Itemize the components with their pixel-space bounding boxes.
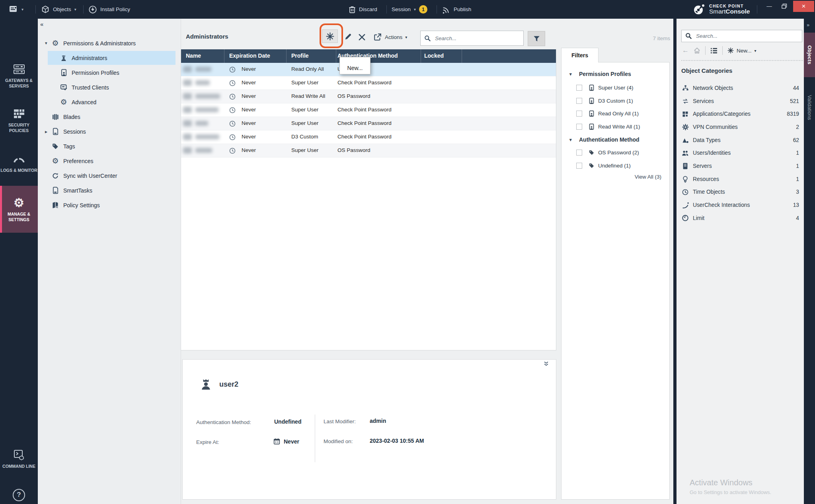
discard-button[interactable]: Discard <box>349 0 377 19</box>
category-users-identities[interactable]: Users/Identities 1 <box>681 146 799 160</box>
collapse-panel-icon[interactable]: « <box>40 21 43 27</box>
nav-item-administrators[interactable]: Administrators <box>38 51 181 65</box>
titlebar-divider <box>83 5 84 14</box>
restore-button[interactable] <box>777 0 792 12</box>
rail-item-logs-monitor[interactable]: LOGS & MONITOR <box>0 153 38 173</box>
checkbox[interactable] <box>576 124 582 130</box>
right-tab-strip: » Objects Validations <box>804 19 815 504</box>
expire-at-label: Expire At: <box>196 439 219 445</box>
filter-button[interactable] <box>528 31 545 46</box>
view-all-link[interactable]: View All (3) <box>635 174 661 180</box>
category-vpn-communities[interactable]: VPN Communities 2 <box>681 121 799 134</box>
new-button[interactable] <box>322 29 338 43</box>
table-row[interactable]: Never Super User Check Point Password <box>181 103 556 117</box>
usercheck-icon <box>681 202 689 209</box>
resources-icon <box>681 175 689 183</box>
objects-search-input[interactable] <box>695 33 798 39</box>
table-row[interactable]: Never Super User Check Point Password <box>181 76 556 90</box>
nav-item-sync-usercenter[interactable]: Sync with UserCenter <box>38 168 181 183</box>
rail-item-command-line[interactable]: COMMAND LINE <box>0 449 38 469</box>
nav-item-permission-profiles[interactable]: Permission Profiles <box>38 65 181 80</box>
checkbox[interactable] <box>576 150 582 156</box>
filter-item-undefined[interactable]: Undefined (1) <box>562 160 669 171</box>
filter-item-os-password[interactable]: OS Password (2) <box>562 147 669 158</box>
nav-item-sessions[interactable]: ▸ Sessions <box>38 124 181 139</box>
edit-button[interactable] <box>343 32 353 41</box>
category-usercheck[interactable]: UserCheck Interactions 13 <box>681 198 799 212</box>
filters-tab[interactable]: Filters <box>561 48 599 62</box>
col-header-name[interactable]: Name <box>186 53 201 59</box>
filter-item-read-write-all[interactable]: Read Write All (1) <box>562 121 669 132</box>
redacted-name <box>195 94 220 99</box>
administrators-table: Name Expiration Date Profile Authenticat… <box>181 49 556 350</box>
filter-group-permission-profiles[interactable]: ▾ Permission Profiles <box>562 69 669 79</box>
objects-new-button[interactable]: New... ▾ <box>727 47 757 54</box>
category-resources[interactable]: Resources 1 <box>681 173 799 186</box>
nav-item-tags[interactable]: Tags <box>38 139 181 154</box>
collapse-details-icon[interactable] <box>544 361 549 367</box>
category-servers[interactable]: Servers 1 <box>681 160 799 173</box>
minimize-button[interactable]: — <box>762 0 776 12</box>
delete-button[interactable] <box>357 33 367 41</box>
session-menu-button[interactable]: Session ▾ 1 <box>392 0 427 19</box>
titlebar-divider <box>35 5 36 14</box>
category-applications[interactable]: Applications/Categories 8319 <box>681 107 799 121</box>
nav-item-policy-settings[interactable]: Policy Settings <box>38 198 181 212</box>
category-network-objects[interactable]: Network Objects 44 <box>681 82 799 95</box>
rail-item-manage-settings[interactable]: ⚙ MANAGE & SETTINGS <box>0 197 38 222</box>
actions-menu-button[interactable]: Actions ▾ <box>373 31 407 43</box>
rail-item-whats-new[interactable]: ? WHAT'S NEW <box>0 489 38 504</box>
list-view-icon[interactable] <box>710 47 718 54</box>
install-policy-button[interactable]: Install Policy <box>88 0 130 19</box>
rail-item-security-policies[interactable]: SECURITY POLICIES <box>0 108 38 133</box>
checkbox[interactable] <box>576 111 582 117</box>
category-limit[interactable]: Limit 4 <box>681 212 799 225</box>
nav-item-advanced[interactable]: ⚙ Advanced <box>38 95 181 109</box>
filter-group-authentication-method[interactable]: ▾ Authentication Method <box>562 134 669 145</box>
objects-menu-button[interactable]: Objects ▾ <box>41 0 76 19</box>
tag-icon <box>588 149 595 156</box>
back-arrow-icon[interactable]: ← <box>682 47 689 54</box>
checkbox[interactable] <box>576 85 582 91</box>
category-time-objects[interactable]: Time Objects 3 <box>681 186 799 199</box>
nav-item-blades[interactable]: Blades <box>38 109 181 124</box>
category-services[interactable]: Services 521 <box>681 95 799 108</box>
collapsed-arrow-icon[interactable]: ▸ <box>45 129 51 134</box>
admins-search-input[interactable] <box>434 35 520 42</box>
expand-panel-icon[interactable]: » <box>807 22 809 28</box>
checkbox[interactable] <box>576 163 582 169</box>
table-row[interactable]: Never Read Write All OS Password <box>181 90 556 103</box>
col-header-locked[interactable]: Locked <box>424 53 444 59</box>
checkbox[interactable] <box>576 98 582 104</box>
publish-label: Publish <box>454 6 471 12</box>
filter-item-d3-custom[interactable]: D3 Custom (1) <box>562 95 669 106</box>
filter-item-read-only-all[interactable]: Read Only All (1) <box>562 108 669 119</box>
tab-objects[interactable]: Objects <box>804 33 815 77</box>
table-row[interactable]: Never Super User OS Password <box>181 144 556 158</box>
nav-item-preferences[interactable]: ⚙ Preferences <box>38 154 181 168</box>
nav-item-smarttasks[interactable]: SmartTasks <box>38 183 181 198</box>
nav-item-trusted-clients[interactable]: Trusted Clients <box>38 80 181 95</box>
category-data-types[interactable]: Data Types 62 <box>681 134 799 147</box>
col-header-profile[interactable]: Profile <box>291 53 309 59</box>
expanded-arrow-icon[interactable]: ▾ <box>569 137 575 142</box>
expanded-arrow-icon[interactable]: ▾ <box>569 72 575 77</box>
nav-item-permissions-administrators[interactable]: ▾ ⚙ Permissions & Administrators <box>38 36 181 51</box>
tab-validations[interactable]: Validations <box>804 82 815 133</box>
table-row[interactable]: Never Super User Check Point Password <box>181 117 556 130</box>
home-icon[interactable] <box>694 47 700 54</box>
clock-icon <box>229 148 236 154</box>
rail-item-gateways-servers[interactable]: GATEWAYS & SERVERS <box>0 63 38 89</box>
col-header-expiration[interactable]: Expiration Date <box>229 53 270 59</box>
close-button[interactable]: × <box>793 1 814 12</box>
filter-item-super-user[interactable]: Super User (4) <box>562 82 669 93</box>
logs-monitor-icon <box>13 153 25 165</box>
publish-button[interactable]: Publish <box>442 0 471 19</box>
install-policy-label: Install Policy <box>100 6 130 12</box>
app-menu-button[interactable]: ▾ <box>9 0 23 19</box>
expanded-arrow-icon[interactable]: ▾ <box>45 41 51 46</box>
calendar-icon <box>273 438 280 445</box>
table-row[interactable]: Never D3 Custom Check Point Password <box>181 130 556 144</box>
rail-item-label: SECURITY POLICIES <box>0 123 38 133</box>
brand-product: SmartConsole <box>709 8 750 15</box>
